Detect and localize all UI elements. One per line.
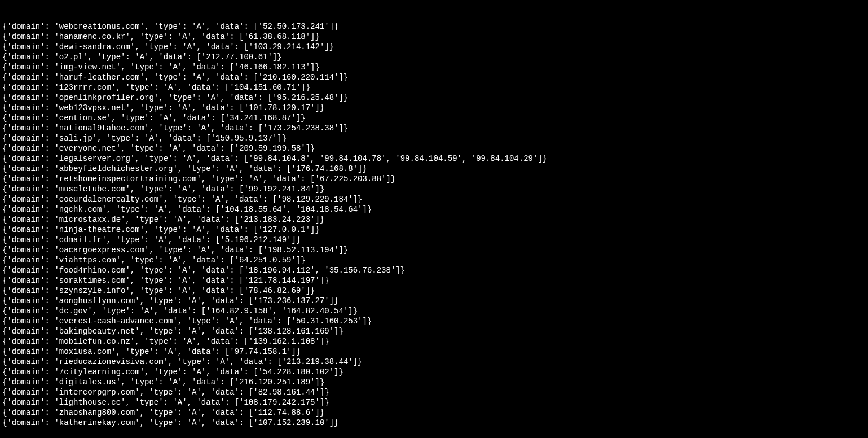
dns-record-line: {'domain': 'mobilefun.co.nz', 'type': 'A… [2,336,866,347]
dns-record-line: {'domain': 'food4rhino.com', 'type': 'A'… [2,265,866,275]
dns-record-line: {'domain': 'openlinkprofiler.org', 'type… [2,93,866,103]
dns-record-line: {'domain': 'legalserver.org', 'type': 'A… [2,154,866,164]
dns-record-line: {'domain': 'zhaoshang800.com', 'type': '… [2,408,866,418]
dns-record-line: {'domain': 'ngchk.com', 'type': 'A', 'da… [2,204,866,214]
dns-record-line: {'domain': '7citylearning.com', 'type': … [2,367,866,377]
terminal-output[interactable]: {'domain': 'webcreationus.com', 'type': … [0,0,868,438]
dns-record-line: {'domain': 'moxiusa.com', 'type': 'A', '… [2,347,866,357]
dns-record-line: {'domain': 'digitales.us', 'type': 'A', … [2,377,866,387]
dns-record-line: {'domain': 'katherinekay.com', 'type': '… [2,418,866,428]
dns-record-line: {'domain': 'dc.gov', 'type': 'A', 'data'… [2,306,866,316]
dns-record-line: {'domain': 'everest-cash-advance.com', '… [2,316,866,326]
dns-record-line: {'domain': 'webcreationus.com', 'type': … [2,21,866,32]
dns-record-line: {'domain': 'img-view.net', 'type': 'A', … [2,62,866,72]
dns-record-line: {'domain': 'cention.se', 'type': 'A', 'd… [2,113,866,123]
dns-record-line: {'domain': 'cdmail.fr', 'type': 'A', 'da… [2,235,866,245]
dns-record-line: {'domain': 'aonghusflynn.com', 'type': '… [2,296,866,306]
dns-record-line: {'domain': 'szynszyle.info', 'type': 'A'… [2,286,866,296]
dns-record-line: {'domain': 'retshomeinspectortraining.co… [2,174,866,184]
dns-record-line: {'domain': 'lighthouse.cc', 'type': 'A',… [2,397,866,408]
dns-record-line: {'domain': '123rrrr.com', 'type': 'A', '… [2,82,866,93]
dns-record-line: {'domain': 'national9tahoe.com', 'type':… [2,123,866,133]
dns-record-line: {'domain': 'bakingbeauty.net', 'type': '… [2,326,866,336]
dns-record-line: {'domain': 'abbeyfieldchichester.org', '… [2,164,866,174]
dns-record-line: {'domain': 'soraktimes.com', 'type': 'A'… [2,275,866,286]
dns-record-line: {'domain': 'dewi-sandra.com', 'type': 'A… [2,42,866,52]
dns-record-line: {'domain': 'sali.jp', 'type': 'A', 'data… [2,133,866,143]
dns-record-line: {'domain': 'haruf-leather.com', 'type': … [2,72,866,82]
dns-record-line: {'domain': 'web123vpsx.net', 'type': 'A'… [2,103,866,113]
dns-record-line: {'domain': 'intercorpgrp.com', 'type': '… [2,387,866,397]
dns-record-line: {'domain': 'ninja-theatre.com', 'type': … [2,225,866,235]
dns-record-line: {'domain': 'o2.pl', 'type': 'A', 'data':… [2,52,866,62]
dns-record-line: {'domain': 'viahttps.com', 'type': 'A', … [2,255,866,265]
dns-record-line: {'domain': 'microstaxx.de', 'type': 'A',… [2,214,866,225]
dns-record-line: {'domain': 'muscletube.com', 'type': 'A'… [2,184,866,194]
dns-records-output: {'domain': 'webcreationus.com', 'type': … [2,21,866,428]
dns-record-line: {'domain': 'everyone.net', 'type': 'A', … [2,143,866,154]
dns-record-line: {'domain': 'hanamenc.co.kr', 'type': 'A'… [2,32,866,42]
dns-record-line: {'domain': 'oacargoexpress.com', 'type':… [2,245,866,255]
dns-record-line: {'domain': 'coeurdalenerealty.com', 'typ… [2,194,866,204]
dns-record-line: {'domain': 'rieducazionevisiva.com', 'ty… [2,357,866,367]
